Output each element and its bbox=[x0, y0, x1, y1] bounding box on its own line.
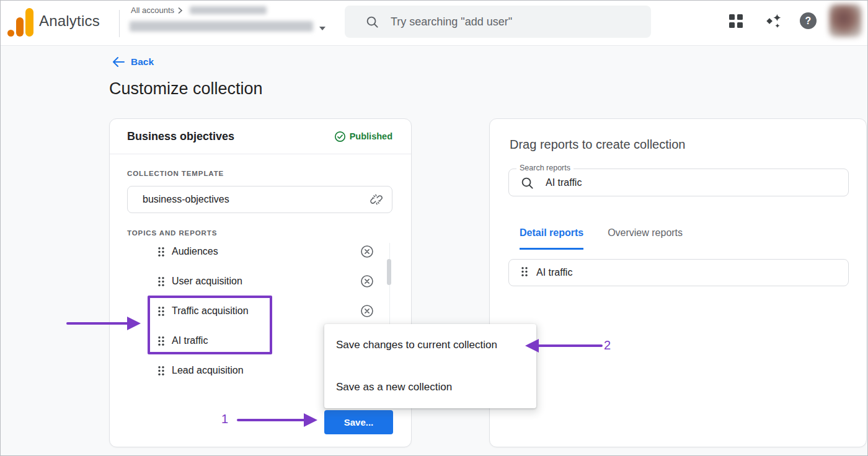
report-label: AI traffic bbox=[536, 267, 572, 278]
annotation-step-1: 1 bbox=[221, 412, 228, 426]
header-divider bbox=[119, 10, 120, 37]
search-reports-field[interactable]: Search reports bbox=[508, 169, 849, 196]
breadcrumb-all-accounts[interactable]: All accounts bbox=[131, 6, 174, 15]
topic-label: Lead acquisition bbox=[172, 365, 244, 376]
annotation-arrow-save bbox=[237, 419, 305, 421]
annotation-step-2: 2 bbox=[604, 338, 611, 353]
topics-scrollbar-thumb[interactable] bbox=[387, 259, 391, 285]
collection-template-input[interactable] bbox=[143, 194, 370, 205]
logo-dot bbox=[7, 30, 14, 37]
drag-reports-title: Drag reports to create collection bbox=[510, 138, 866, 152]
save-options-menu: Save changes to current collection Save … bbox=[324, 324, 536, 408]
help-icon[interactable]: ? bbox=[800, 12, 817, 29]
chevron-right-icon bbox=[177, 7, 183, 14]
breadcrumb[interactable]: All accounts bbox=[131, 6, 183, 15]
drag-handle-icon[interactable] bbox=[521, 266, 528, 279]
annotation-arrowhead-topics bbox=[127, 317, 141, 330]
topic-row-audiences[interactable]: Audiences bbox=[127, 237, 392, 266]
global-search-bar[interactable] bbox=[345, 6, 651, 38]
drag-handle-icon[interactable] bbox=[157, 276, 165, 287]
annotation-arrow-menu bbox=[537, 344, 603, 347]
drag-handle-icon[interactable] bbox=[157, 366, 165, 376]
logo-bar-tall bbox=[25, 8, 33, 37]
gemini-sparkle-icon[interactable] bbox=[764, 12, 782, 30]
topic-label: User acquisition bbox=[172, 276, 242, 287]
search-icon bbox=[365, 15, 379, 29]
redacted-account-name bbox=[190, 6, 267, 14]
tab-overview-reports[interactable]: Overview reports bbox=[608, 227, 683, 250]
collection-template-field[interactable] bbox=[127, 186, 392, 213]
apps-grid-icon[interactable] bbox=[729, 14, 743, 28]
page-title: Customize collection bbox=[109, 79, 263, 99]
annotation-arrowhead-save bbox=[304, 413, 317, 427]
collection-template-label: COLLECTION TEMPLATE bbox=[127, 170, 392, 177]
topic-row-user-acquisition[interactable]: User acquisition bbox=[127, 266, 392, 296]
top-app-bar: Analytics All accounts ? bbox=[1, 1, 868, 46]
status-badge-label: Published bbox=[350, 131, 392, 141]
back-button[interactable]: Back bbox=[112, 56, 154, 68]
topic-label: Audiences bbox=[172, 246, 218, 257]
unlink-template-icon[interactable] bbox=[370, 193, 383, 206]
back-arrow-icon bbox=[112, 57, 125, 67]
redacted-property-name bbox=[130, 21, 313, 32]
logo-bar-mid bbox=[16, 17, 24, 37]
report-picker-card: Drag reports to create collection Search… bbox=[489, 118, 867, 447]
tab-detail-reports[interactable]: Detail reports bbox=[520, 227, 583, 250]
menu-item-save-new[interactable]: Save as a new collection bbox=[324, 366, 536, 408]
account-switcher-caret-icon[interactable] bbox=[319, 27, 326, 30]
global-search-input[interactable] bbox=[391, 15, 639, 28]
drag-handle-icon[interactable] bbox=[157, 247, 165, 257]
remove-topic-icon[interactable] bbox=[360, 244, 374, 259]
annotation-highlight-rect bbox=[148, 296, 272, 354]
analytics-customize-collection-page: Analytics All accounts ? Back bbox=[0, 0, 868, 456]
brand-title: Analytics bbox=[39, 12, 100, 30]
remove-topic-icon[interactable] bbox=[360, 274, 374, 289]
status-badge: Published bbox=[334, 131, 392, 142]
annotation-arrow-topics bbox=[66, 322, 128, 325]
collection-title: Business objectives bbox=[127, 130, 234, 143]
report-tabs: Detail reports Overview reports bbox=[520, 227, 866, 250]
search-reports-input[interactable] bbox=[509, 169, 848, 196]
collection-card-header: Business objectives Published bbox=[110, 119, 411, 154]
analytics-logo-icon[interactable] bbox=[6, 7, 35, 39]
topics-and-reports-label: TOPICS AND REPORTS bbox=[127, 229, 392, 237]
menu-item-save-current[interactable]: Save changes to current collection bbox=[324, 324, 536, 366]
remove-topic-icon[interactable] bbox=[360, 304, 374, 318]
save-button[interactable]: Save... bbox=[324, 410, 393, 434]
avatar[interactable] bbox=[829, 4, 862, 37]
report-item-ai-traffic[interactable]: AI traffic bbox=[508, 259, 849, 286]
check-circle-icon bbox=[334, 131, 346, 142]
back-label: Back bbox=[131, 56, 154, 68]
